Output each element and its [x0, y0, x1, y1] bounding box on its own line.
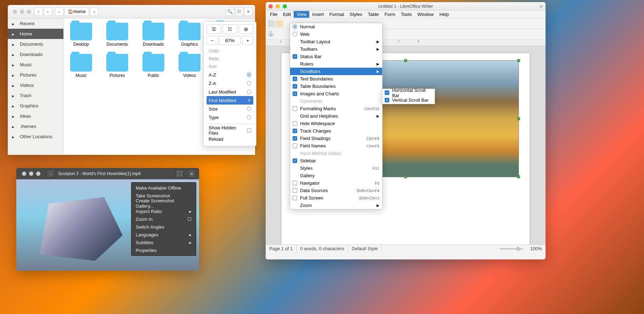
- view-list-button[interactable]: ☰: [207, 24, 221, 34]
- status-page[interactable]: Page 1 of 1: [266, 245, 297, 252]
- view-hide-whitespace[interactable]: Hide Whitespace: [290, 120, 382, 127]
- undo-item[interactable]: Undo: [207, 47, 253, 55]
- vp-menu-properties[interactable]: Properties: [131, 246, 196, 254]
- sidebar-item-trash[interactable]: ▸Trash: [8, 90, 63, 101]
- sort-type[interactable]: Type: [207, 113, 253, 122]
- view-scrollbars[interactable]: Scrollbars▶: [290, 68, 382, 75]
- scrollbar-horizontal-scroll-bar[interactable]: ✓Horizontal Scroll Bar: [382, 89, 435, 96]
- folder-public[interactable]: Public: [140, 54, 166, 78]
- view-table-boundaries[interactable]: ✓Table Boundaries: [290, 83, 382, 90]
- sort-a-z[interactable]: A-Z: [207, 71, 253, 79]
- close-icon[interactable]: [13, 10, 17, 14]
- close-icon[interactable]: [22, 172, 26, 176]
- menu-styles[interactable]: Styles: [347, 11, 365, 18]
- forward-button[interactable]: ›: [44, 7, 52, 16]
- view-grid-and-helplines[interactable]: Grid and Helplines▶: [290, 112, 382, 120]
- view-text-boundaries[interactable]: ✓Text Boundaries: [290, 75, 382, 83]
- vp-menu-create-screenshot-gallery-[interactable]: Create Screenshot Gallery...: [131, 200, 196, 207]
- folder-downloads[interactable]: Downloads: [140, 23, 166, 47]
- view-field-shadings[interactable]: ✓Field ShadingsCtrl+F8: [290, 135, 382, 142]
- vp-menu-switch-angles[interactable]: Switch Angles: [131, 223, 196, 231]
- view-grid-button[interactable]: ☷: [222, 24, 237, 34]
- close-icon[interactable]: [269, 4, 273, 9]
- hidden-checkbox[interactable]: [247, 128, 251, 133]
- view-normal[interactable]: Normal: [290, 23, 382, 30]
- view-sidebar[interactable]: ✓Sidebar: [290, 157, 382, 164]
- anchor-icon[interactable]: ⚓: [268, 31, 275, 38]
- status-style[interactable]: Default Style: [348, 245, 382, 252]
- vp-menu-subtitles[interactable]: Subtitles▸: [131, 239, 196, 246]
- back-button[interactable]: ‹: [34, 7, 43, 16]
- sort-first-modified[interactable]: First Modified: [207, 96, 253, 105]
- zoom-out-button[interactable]: −: [207, 36, 218, 45]
- menu-file[interactable]: File: [267, 11, 280, 18]
- redo-item[interactable]: Redo: [207, 55, 253, 63]
- minimize-icon[interactable]: [29, 172, 33, 176]
- view-navigator[interactable]: NavigatorF5: [290, 179, 382, 187]
- view-mode-button[interactable]: ☷: [235, 7, 243, 16]
- menu-insert[interactable]: Insert: [309, 11, 327, 18]
- folder-music[interactable]: Music: [68, 54, 94, 78]
- menu-format[interactable]: Format: [327, 11, 347, 18]
- vp-menu-make-available-offline[interactable]: Make Available Offline: [131, 184, 196, 192]
- sidebar-item-home[interactable]: ▸Home: [8, 29, 63, 39]
- maximize-icon[interactable]: [283, 4, 287, 9]
- hamburger-button[interactable]: ≡: [187, 169, 196, 178]
- view-styles[interactable]: StylesF11: [290, 164, 382, 172]
- view-toolbars[interactable]: Toolbars▶: [290, 45, 382, 53]
- sidebar-item-other-locations[interactable]: ▸Other Locations: [8, 131, 63, 142]
- path-prev-button[interactable]: ‹: [55, 7, 63, 16]
- scrollbar-vertical-scroll-bar[interactable]: ✓Vertical Scroll Bar: [382, 96, 435, 104]
- folder-graphics[interactable]: Graphics: [176, 23, 203, 47]
- resize-handle[interactable]: [517, 175, 520, 178]
- sort-last-modified[interactable]: Last Modified: [207, 88, 253, 96]
- vp-menu-languages[interactable]: Languages▸: [131, 231, 196, 239]
- resize-handle[interactable]: [404, 175, 407, 178]
- sidebar-item-videos[interactable]: ▸Videos: [8, 80, 63, 90]
- sort-z-a[interactable]: Z-A: [207, 79, 253, 88]
- sort-size[interactable]: Size: [207, 105, 253, 113]
- view-data-sources[interactable]: Data SourcesShift+Ctrl+F4: [290, 187, 382, 194]
- folder-videos[interactable]: Videos: [176, 54, 203, 78]
- open-icon[interactable]: [276, 20, 283, 27]
- view-full-screen[interactable]: Full ScreenShift+Ctrl+J: [290, 194, 382, 202]
- folder-documents[interactable]: Documents: [104, 23, 130, 47]
- view-rulers[interactable]: Rulers▶: [290, 60, 382, 68]
- sidebar-item-recent[interactable]: ▸Recent: [8, 18, 63, 29]
- new-doc-icon[interactable]: [268, 20, 275, 27]
- sidebar-item-music[interactable]: ▸Music: [8, 60, 63, 70]
- resize-handle[interactable]: [404, 59, 407, 62]
- minimize-icon[interactable]: [276, 4, 280, 9]
- menu-form[interactable]: Form: [382, 11, 398, 18]
- show-hidden-toggle[interactable]: Show Hidden Files: [207, 126, 253, 135]
- menu-help[interactable]: Help: [436, 11, 452, 18]
- back-button[interactable]: ‹: [46, 169, 55, 178]
- view-formatting-marks[interactable]: Formatting MarksCtrl+F10: [290, 105, 382, 112]
- search-button[interactable]: 🔍: [226, 7, 234, 16]
- fullscreen-button[interactable]: ⛶: [175, 169, 184, 178]
- zoom-in-button[interactable]: +: [242, 36, 254, 45]
- sidebar-item-graphics[interactable]: ▸Graphics: [8, 101, 63, 111]
- folder-pictures[interactable]: Pictures: [104, 54, 130, 78]
- view-web[interactable]: Web: [290, 30, 382, 38]
- view-track-changes[interactable]: ✓Track Changes: [290, 127, 382, 135]
- resize-handle[interactable]: [517, 117, 520, 120]
- sidebar-item-pictures[interactable]: ▸Pictures: [8, 70, 63, 80]
- path-home[interactable]: 🏠 Home: [64, 7, 89, 16]
- view-field-names[interactable]: Field NamesCtrl+F9: [290, 142, 382, 150]
- view-status-bar[interactable]: ✓Status Bar: [290, 53, 382, 60]
- view-compact-button[interactable]: ⊞: [239, 24, 253, 34]
- menu-view[interactable]: View: [294, 11, 309, 18]
- hamburger-button[interactable]: ≡: [244, 7, 253, 16]
- sidebar-item--themes[interactable]: ▸.themes: [8, 121, 63, 131]
- sidebar-item-ideas[interactable]: ▸Ideas: [8, 111, 63, 121]
- status-zoom[interactable]: 100%: [527, 245, 546, 252]
- menu-table[interactable]: Table: [365, 11, 382, 18]
- menu-edit[interactable]: Edit: [280, 11, 294, 18]
- maximize-icon[interactable]: [27, 10, 31, 14]
- view-gallery[interactable]: Gallery: [290, 172, 382, 179]
- reload-item[interactable]: Reload: [207, 135, 253, 143]
- zoom-slider[interactable]: ─────⊙─: [496, 245, 526, 252]
- menu-window[interactable]: Window: [414, 11, 436, 18]
- resize-handle[interactable]: [517, 59, 520, 62]
